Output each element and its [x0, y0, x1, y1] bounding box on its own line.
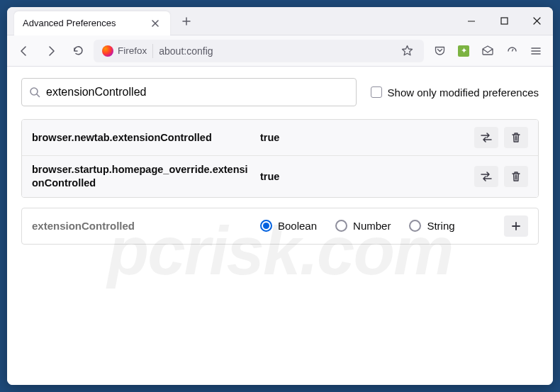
- about-config-content: pcrisk.com Show only modified preference…: [7, 67, 553, 385]
- navigation-toolbar: Firefox about:config ✦: [7, 35, 553, 67]
- extension-icon: ✦: [458, 45, 469, 57]
- pref-search-input[interactable]: [46, 86, 349, 99]
- toggle-button[interactable]: [474, 127, 498, 148]
- new-tab-button[interactable]: [176, 11, 197, 32]
- titlebar: Advanced Preferences: [7, 7, 553, 35]
- svg-rect-0: [501, 18, 508, 24]
- tab-title: Advanced Preferences: [23, 18, 149, 28]
- site-identity[interactable]: Firefox: [99, 44, 153, 58]
- reload-button[interactable]: [67, 40, 89, 62]
- inbox-button[interactable]: [476, 40, 499, 62]
- delete-button[interactable]: [504, 166, 528, 187]
- pref-value: true: [260, 171, 466, 182]
- pref-row: browser.newtab.extensionControlled true: [22, 120, 538, 156]
- url-bar[interactable]: Firefox about:config: [94, 40, 424, 62]
- pocket-button[interactable]: [428, 40, 451, 62]
- type-radio-group: Boolean Number String: [260, 220, 495, 232]
- pref-name: browser.newtab.extensionControlled: [32, 131, 252, 145]
- close-tab-button[interactable]: [149, 17, 162, 30]
- search-row: Show only modified preferences: [21, 78, 539, 106]
- show-modified-checkbox[interactable]: Show only modified preferences: [371, 86, 539, 99]
- pref-row: browser.startup.homepage_override.extens…: [22, 156, 538, 197]
- radio-boolean[interactable]: Boolean: [260, 220, 317, 232]
- pref-value: true: [260, 132, 466, 143]
- minimize-button[interactable]: [455, 7, 488, 35]
- browser-window: Advanced Preferences: [7, 7, 553, 385]
- radio-label: Number: [353, 220, 391, 232]
- firefox-icon: [102, 45, 113, 57]
- new-pref-name: extensionControlled: [32, 220, 252, 232]
- maximize-button[interactable]: [488, 7, 520, 35]
- radio-number[interactable]: Number: [335, 220, 391, 232]
- radio-label: String: [427, 220, 454, 232]
- pref-search-box[interactable]: [21, 78, 357, 106]
- forward-button[interactable]: [40, 40, 62, 62]
- shield-button[interactable]: [500, 40, 523, 62]
- radio-string[interactable]: String: [409, 220, 454, 232]
- radio-icon: [260, 220, 272, 232]
- bookmark-star-button[interactable]: [396, 40, 418, 62]
- tab-advanced-preferences[interactable]: Advanced Preferences: [14, 11, 170, 35]
- checkbox-icon: [371, 86, 382, 98]
- add-pref-block: extensionControlled Boolean Number Strin…: [21, 208, 539, 245]
- app-menu-button[interactable]: [525, 40, 547, 62]
- add-button[interactable]: [504, 215, 528, 237]
- close-window-button[interactable]: [520, 7, 553, 35]
- window-controls: [455, 7, 553, 35]
- extension-button[interactable]: ✦: [452, 40, 475, 62]
- toolbar-right-icons: ✦: [428, 40, 547, 62]
- radio-icon: [409, 220, 421, 232]
- delete-button[interactable]: [504, 127, 528, 148]
- add-pref-row: extensionControlled Boolean Number Strin…: [22, 208, 538, 244]
- search-icon: [29, 86, 40, 98]
- back-button[interactable]: [13, 40, 35, 62]
- prefs-list: browser.newtab.extensionControlled true …: [21, 119, 539, 198]
- identity-label: Firefox: [118, 45, 147, 56]
- radio-label: Boolean: [278, 220, 317, 232]
- radio-icon: [335, 220, 347, 232]
- show-modified-label: Show only modified preferences: [388, 86, 539, 99]
- toggle-button[interactable]: [474, 166, 498, 187]
- pref-name: browser.startup.homepage_override.extens…: [32, 163, 252, 190]
- url-text: about:config: [159, 45, 213, 57]
